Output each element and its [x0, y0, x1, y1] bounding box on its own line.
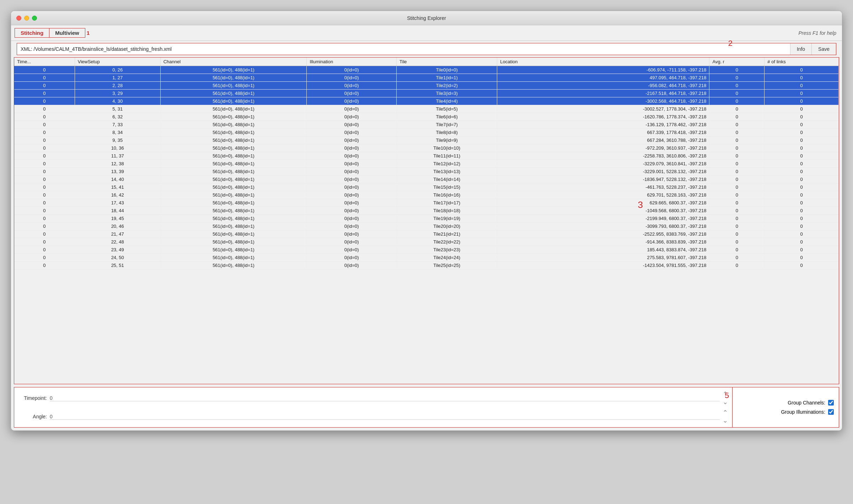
table-row[interactable]: 025, 51561(id=0), 488(id=1)0(id=0)Tile25…: [14, 262, 839, 269]
timepoint-row: Timepoint: ⌃⌄: [18, 390, 728, 406]
col-links[interactable]: # of links: [765, 58, 839, 66]
xml-bar-wrapper: XML: /Volumes/CALM_4TB/brainslice_ls/dat…: [14, 43, 839, 55]
main-window: Stitching Explorer Stitching Multiview 1…: [11, 11, 842, 431]
minimize-button[interactable]: [24, 16, 29, 21]
table-row[interactable]: 015, 41561(id=0), 488(id=1)0(id=0)Tile15…: [14, 183, 839, 191]
bottom-left-panel: Timepoint: ⌃⌄ Angle: ⌃⌄: [14, 387, 733, 428]
col-time[interactable]: Time...: [14, 58, 75, 66]
table-body: 00, 26561(id=0), 488(id=1)0(id=0)Tile0(i…: [14, 66, 839, 269]
table-row[interactable]: 08, 34561(id=0), 488(id=1)0(id=0)Tile8(i…: [14, 129, 839, 136]
group-illuminations-row: Group Illuminations:: [737, 409, 834, 415]
window-title: Stitching Explorer: [407, 15, 446, 21]
table-row[interactable]: 06, 32561(id=0), 488(id=1)0(id=0)Tile6(i…: [14, 113, 839, 121]
angle-input[interactable]: [50, 414, 720, 420]
bottom-right-panel: 5 Group Channels: Group Illuminations:: [733, 387, 839, 428]
group-channels-checkbox[interactable]: [828, 400, 834, 406]
xml-path: XML: /Volumes/CALM_4TB/brainslice_ls/dat…: [17, 46, 790, 52]
col-illumination[interactable]: Illumination: [307, 58, 397, 66]
col-location[interactable]: Location: [497, 58, 709, 66]
save-button[interactable]: Save: [811, 43, 836, 55]
table-row[interactable]: 019, 45561(id=0), 488(id=1)0(id=0)Tile19…: [14, 215, 839, 222]
timepoint-input[interactable]: [50, 395, 720, 401]
bottom-section: 4 Timepoint: ⌃⌄ Angle: ⌃⌄ 5 Group Channe…: [14, 387, 839, 428]
toolbar: Stitching Multiview 1 Press F1 for help: [11, 25, 842, 41]
group-illuminations-checkbox[interactable]: [828, 409, 834, 415]
table-row[interactable]: 03, 29561(id=0), 488(id=1)0(id=0)Tile3(i…: [14, 90, 839, 97]
table-row[interactable]: 011, 37561(id=0), 488(id=1)0(id=0)Tile11…: [14, 152, 839, 160]
traffic-lights: [16, 16, 37, 21]
maximize-button[interactable]: [32, 16, 37, 21]
col-avg-r[interactable]: Avg. r: [709, 58, 765, 66]
data-table: Time... ViewSetup Channel Illumination T…: [14, 58, 839, 269]
tab-multiview[interactable]: Multiview: [49, 28, 85, 38]
section-number-4: 4: [11, 391, 11, 400]
col-viewsetup[interactable]: ViewSetup: [75, 58, 160, 66]
angle-label: Angle:: [18, 414, 47, 419]
table-row[interactable]: 01, 27561(id=0), 488(id=1)0(id=0)Tile1(i…: [14, 74, 839, 82]
table-row[interactable]: 010, 36561(id=0), 488(id=1)0(id=0)Tile10…: [14, 144, 839, 152]
table-container[interactable]: Time... ViewSetup Channel Illumination T…: [14, 57, 839, 384]
table-row[interactable]: 09, 35561(id=0), 488(id=1)0(id=0)Tile9(i…: [14, 136, 839, 144]
table-row[interactable]: 024, 50561(id=0), 488(id=1)0(id=0)Tile24…: [14, 254, 839, 262]
section-number-3: 3: [638, 199, 643, 210]
close-button[interactable]: [16, 16, 21, 21]
table-row[interactable]: 04, 30561(id=0), 488(id=1)0(id=0)Tile4(i…: [14, 97, 839, 105]
table-row[interactable]: 017, 43561(id=0), 488(id=1)0(id=0)Tile17…: [14, 199, 839, 207]
group-illuminations-label: Group Illuminations:: [781, 409, 825, 415]
group-channels-row: Group Channels:: [737, 400, 834, 406]
xml-bar: XML: /Volumes/CALM_4TB/brainslice_ls/dat…: [17, 43, 836, 55]
help-text: Press F1 for help: [798, 30, 836, 36]
info-button[interactable]: Info: [790, 43, 811, 55]
timepoint-label: Timepoint:: [18, 395, 47, 401]
table-row[interactable]: 014, 40561(id=0), 488(id=1)0(id=0)Tile14…: [14, 176, 839, 183]
section-number-2: 2: [728, 39, 733, 48]
table-header-row: Time... ViewSetup Channel Illumination T…: [14, 58, 839, 66]
table-row[interactable]: 012, 38561(id=0), 488(id=1)0(id=0)Tile12…: [14, 160, 839, 168]
angle-spinner[interactable]: ⌃⌄: [723, 409, 728, 424]
table-row[interactable]: 07, 33561(id=0), 488(id=1)0(id=0)Tile7(i…: [14, 121, 839, 129]
section-number-5: 5: [725, 391, 729, 400]
table-area-wrapper: Time... ViewSetup Channel Illumination T…: [11, 57, 842, 384]
table-row[interactable]: 023, 49561(id=0), 488(id=1)0(id=0)Tile23…: [14, 246, 839, 254]
col-channel[interactable]: Channel: [160, 58, 307, 66]
table-row[interactable]: 022, 48561(id=0), 488(id=1)0(id=0)Tile22…: [14, 238, 839, 246]
table-row[interactable]: 05, 31561(id=0), 488(id=1)0(id=0)Tile5(i…: [14, 105, 839, 113]
table-row[interactable]: 021, 47561(id=0), 488(id=1)0(id=0)Tile21…: [14, 230, 839, 238]
col-tile[interactable]: Tile: [397, 58, 497, 66]
table-row[interactable]: 013, 39561(id=0), 488(id=1)0(id=0)Tile13…: [14, 168, 839, 176]
tab-stitching[interactable]: Stitching: [15, 28, 49, 38]
section-number-1: 1: [87, 30, 90, 36]
table-row[interactable]: 018, 44561(id=0), 488(id=1)0(id=0)Tile18…: [14, 207, 839, 215]
table-row[interactable]: 02, 28561(id=0), 488(id=1)0(id=0)Tile2(i…: [14, 82, 839, 90]
table-row[interactable]: 016, 42561(id=0), 488(id=1)0(id=0)Tile16…: [14, 191, 839, 199]
table-row[interactable]: 020, 46561(id=0), 488(id=1)0(id=0)Tile20…: [14, 222, 839, 230]
group-channels-label: Group Channels:: [788, 400, 825, 406]
angle-row: Angle: ⌃⌄: [18, 409, 728, 424]
table-row[interactable]: 00, 26561(id=0), 488(id=1)0(id=0)Tile0(i…: [14, 66, 839, 74]
titlebar: Stitching Explorer: [11, 11, 842, 25]
